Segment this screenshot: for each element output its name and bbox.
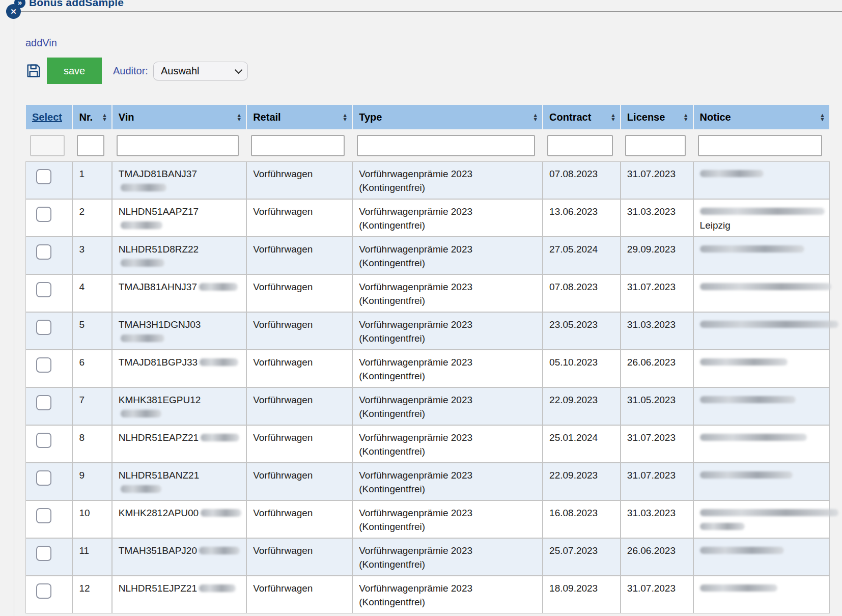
row-checkbox[interactable] bbox=[36, 433, 51, 448]
col-header-license[interactable]: License ▲▼ bbox=[621, 105, 693, 129]
header-row: Select Nr. ▲▼ Vin ▲▼ Retail ▲▼ Type ▲▼ bbox=[26, 105, 829, 129]
cell-notice bbox=[694, 275, 829, 312]
sort-icon[interactable]: ▲▼ bbox=[528, 113, 538, 121]
auditor-selected-value: Auswahl bbox=[161, 65, 200, 77]
auditor-label: Auditor: bbox=[113, 65, 148, 77]
redacted-vin bbox=[199, 283, 238, 291]
results-table-wrap: Select Nr. ▲▼ Vin ▲▼ Retail ▲▼ Type ▲▼ bbox=[25, 104, 830, 614]
row-checkbox[interactable] bbox=[36, 320, 51, 335]
redacted-notice bbox=[700, 584, 777, 592]
col-header-contract[interactable]: Contract ▲▼ bbox=[543, 105, 620, 129]
cell-nr: 6 bbox=[73, 350, 111, 387]
filter-license[interactable] bbox=[625, 135, 686, 156]
save-button[interactable]: save bbox=[47, 58, 102, 84]
cell-notice bbox=[694, 313, 829, 349]
sort-icon[interactable]: ▲▼ bbox=[232, 113, 242, 121]
cell-license: 31.05.2023 bbox=[621, 388, 693, 425]
cell-type: Vorführwagenprämie 2023 (Kontingentfrei) bbox=[353, 426, 542, 462]
redacted-notice bbox=[700, 523, 745, 530]
cell-nr: 4 bbox=[73, 275, 111, 312]
sort-icon[interactable]: ▲▼ bbox=[816, 113, 825, 121]
cell-contract: 25.07.2023 bbox=[543, 539, 620, 575]
redacted-vin bbox=[201, 509, 241, 517]
cell-notice bbox=[694, 162, 829, 199]
addvin-link[interactable]: addVin bbox=[25, 37, 57, 49]
content-panel: addVin save Auditor: Auswahl Select bbox=[14, 11, 842, 616]
cell-contract: 13.06.2023 bbox=[543, 200, 620, 236]
row-checkbox[interactable] bbox=[36, 244, 51, 260]
table-row: 1 TMAJD81BANJ37 Vorführwagen Vorführwage… bbox=[26, 162, 829, 199]
redacted-notice bbox=[700, 358, 788, 366]
cell-type: Vorführwagenprämie 2023 (Kontingentfrei) bbox=[353, 576, 542, 613]
filter-notice[interactable] bbox=[698, 135, 822, 156]
row-checkbox[interactable] bbox=[36, 508, 51, 523]
table-row: 12 NLHDR51EJPZ21 Vorführwagen Vorführwag… bbox=[26, 576, 829, 613]
cell-type: Vorführwagenprämie 2023 (Kontingentfrei) bbox=[353, 237, 542, 274]
cell-nr: 8 bbox=[73, 426, 111, 462]
table-row: 5 TMAH3H1DGNJ03 Vorführwagen Vorführwage… bbox=[26, 313, 829, 349]
table-row: 2 NLHDN51AAPZ17 Vorführwagen Vorführwage… bbox=[26, 200, 829, 236]
sort-icon[interactable]: ▲▼ bbox=[679, 113, 689, 121]
results-table: Select Nr. ▲▼ Vin ▲▼ Retail ▲▼ Type ▲▼ bbox=[25, 104, 830, 614]
sort-icon[interactable]: ▲▼ bbox=[98, 113, 107, 121]
cell-nr: 11 bbox=[73, 539, 111, 575]
redacted-notice bbox=[700, 396, 796, 403]
redacted-vin bbox=[199, 584, 236, 592]
filter-retail[interactable] bbox=[251, 135, 345, 156]
redacted-notice bbox=[700, 245, 804, 253]
table-row: 4 TMAJB81AHNJ37 Vorführwagen Vorführwage… bbox=[26, 275, 829, 312]
filter-contract[interactable] bbox=[547, 135, 613, 156]
cell-nr: 1 bbox=[73, 162, 111, 199]
cell-license: 31.07.2023 bbox=[621, 275, 693, 312]
cell-nr: 7 bbox=[73, 388, 111, 425]
row-checkbox[interactable] bbox=[36, 546, 51, 561]
col-header-select: Select bbox=[26, 105, 72, 129]
redacted-notice bbox=[700, 170, 764, 177]
row-checkbox[interactable] bbox=[36, 583, 51, 599]
redacted-vin bbox=[121, 184, 166, 191]
row-checkbox[interactable] bbox=[36, 282, 51, 297]
cell-contract: 25.01.2024 bbox=[543, 426, 620, 462]
col-header-retail[interactable]: Retail ▲▼ bbox=[247, 105, 352, 129]
cell-vin: NLHDR51EAPZ21 bbox=[113, 426, 246, 462]
close-icon[interactable]: ✕ bbox=[6, 4, 21, 19]
table-row: 3 NLHDR51D8RZ22 Vorführwagen Vorführwage… bbox=[26, 237, 829, 274]
cell-retail: Vorführwagen bbox=[247, 162, 352, 199]
toolbar: save Auditor: Auswahl bbox=[25, 58, 248, 84]
cell-notice bbox=[694, 426, 829, 462]
redacted-vin bbox=[121, 221, 162, 229]
cell-type: Vorführwagenprämie 2023 (Kontingentfrei) bbox=[353, 200, 542, 236]
cell-vin: TMAJD81BANJ37 bbox=[113, 162, 246, 199]
filter-type[interactable] bbox=[357, 135, 535, 156]
filter-nr[interactable] bbox=[77, 135, 104, 156]
row-checkbox[interactable] bbox=[36, 169, 51, 184]
table-row: 10 KMHK2812APU00 Vorführwagen Vorführwag… bbox=[26, 501, 829, 538]
auditor-select[interactable]: Auswahl bbox=[153, 62, 248, 80]
cell-vin: TMAJB81AHNJ37 bbox=[113, 275, 246, 312]
col-header-type[interactable]: Type ▲▼ bbox=[353, 105, 542, 129]
row-checkbox[interactable] bbox=[36, 470, 51, 486]
cell-retail: Vorführwagen bbox=[247, 539, 352, 575]
cell-type: Vorführwagenprämie 2023 (Kontingentfrei) bbox=[353, 539, 542, 575]
row-checkbox[interactable] bbox=[36, 395, 51, 410]
redacted-notice bbox=[700, 471, 793, 479]
cell-license: 31.07.2023 bbox=[621, 576, 693, 613]
filter-vin[interactable] bbox=[117, 135, 239, 156]
sort-icon[interactable]: ▲▼ bbox=[606, 113, 616, 121]
cell-notice bbox=[694, 388, 829, 425]
col-header-vin[interactable]: Vin ▲▼ bbox=[113, 105, 246, 129]
cell-retail: Vorführwagen bbox=[247, 237, 352, 274]
row-checkbox[interactable] bbox=[36, 207, 51, 222]
page-title: Bonus addSample bbox=[29, 0, 124, 9]
cell-notice bbox=[694, 539, 829, 575]
sort-icon[interactable]: ▲▼ bbox=[338, 113, 348, 121]
col-header-notice[interactable]: Notice ▲▼ bbox=[694, 105, 829, 129]
select-all-link[interactable]: Select bbox=[32, 111, 62, 123]
row-checkbox[interactable] bbox=[36, 357, 51, 373]
redacted-notice bbox=[700, 434, 807, 441]
cell-contract: 05.10.2023 bbox=[543, 350, 620, 387]
cell-license: 26.06.2023 bbox=[621, 539, 693, 575]
table-row: 11 TMAH351BAPJ20 Vorführwagen Vorführwag… bbox=[26, 539, 829, 575]
col-header-nr[interactable]: Nr. ▲▼ bbox=[73, 105, 111, 129]
redacted-notice bbox=[700, 321, 838, 328]
